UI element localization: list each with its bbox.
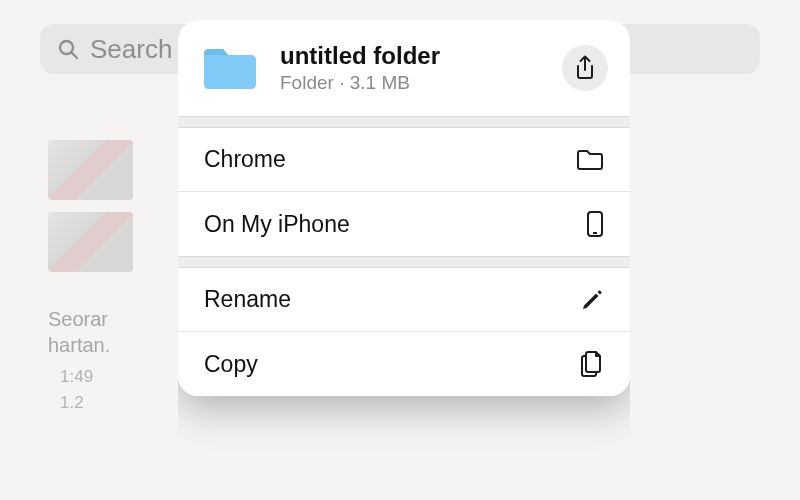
row-label: On My iPhone	[204, 211, 350, 238]
pencil-icon	[580, 288, 604, 312]
svg-line-1	[72, 53, 78, 59]
share-icon	[574, 55, 596, 81]
duplicate-icon	[580, 350, 604, 378]
sheet-subtitle: Folder · 3.1 MB	[280, 72, 562, 94]
background-text: hartan.	[48, 332, 158, 358]
search-placeholder: Search	[90, 34, 172, 65]
iphone-icon	[586, 210, 604, 238]
row-chrome[interactable]: Chrome	[178, 128, 630, 191]
search-icon	[56, 37, 80, 61]
folder-outline-icon	[576, 148, 604, 172]
background-text: Seorar	[48, 306, 158, 332]
row-label: Copy	[204, 351, 258, 378]
background-time: 1.2	[60, 390, 158, 416]
row-label: Chrome	[204, 146, 286, 173]
background-time: 1:49	[60, 364, 158, 390]
context-sheet: untitled folder Folder · 3.1 MB Chrome	[178, 20, 630, 396]
row-on-my-iphone[interactable]: On My iPhone	[178, 191, 630, 256]
row-copy[interactable]: Copy	[178, 331, 630, 396]
background-content: Seorar hartan. 1:49 1.2	[48, 140, 158, 415]
share-button[interactable]	[562, 45, 608, 91]
section-separator	[178, 256, 630, 268]
sheet-header: untitled folder Folder · 3.1 MB	[178, 20, 630, 116]
row-rename[interactable]: Rename	[178, 268, 630, 331]
section-separator	[178, 116, 630, 128]
background-thumbnail	[48, 140, 133, 200]
folder-icon	[200, 44, 260, 92]
sheet-title: untitled folder	[280, 42, 562, 70]
background-thumbnail	[48, 212, 133, 272]
row-label: Rename	[204, 286, 291, 313]
